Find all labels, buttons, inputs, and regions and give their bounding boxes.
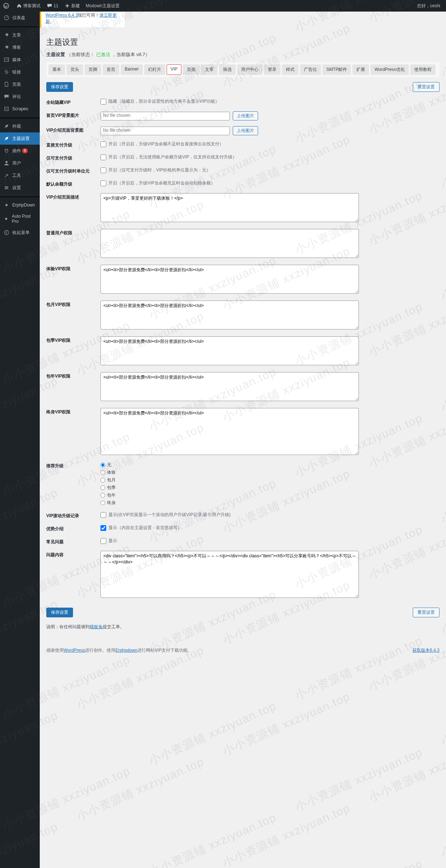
default-bal-checkbox[interactable] bbox=[100, 180, 106, 186]
only-pay-checkbox[interactable] bbox=[100, 154, 106, 160]
comments-count[interactable]: 11 bbox=[43, 0, 61, 12]
dashboard-icon bbox=[3, 14, 10, 21]
home-bg-upload-button[interactable]: 上传图片 bbox=[233, 111, 258, 120]
scrape-icon bbox=[3, 105, 10, 112]
get-version-link[interactable]: 获取版本6.4.3 bbox=[412, 647, 439, 654]
save-button[interactable]: 保存设置 bbox=[46, 82, 73, 92]
reset-button[interactable]: 重置设置 bbox=[413, 82, 439, 92]
sidebar-item-label: 设置 bbox=[12, 185, 21, 191]
wordpress-link[interactable]: WordPress bbox=[64, 648, 85, 653]
svg-point-9 bbox=[5, 204, 8, 206]
sidebar-item-blog[interactable]: 博客 bbox=[0, 41, 40, 54]
tab-基本[interactable]: 基本 bbox=[48, 64, 65, 75]
direct-pay-checkbox[interactable] bbox=[100, 141, 106, 147]
user-icon bbox=[3, 159, 10, 167]
sidebar-item-settings[interactable]: 设置 bbox=[0, 182, 40, 194]
sidebar-item-dashboard[interactable]: 仪表盘 bbox=[0, 12, 40, 24]
recommend-radio-体验[interactable] bbox=[100, 470, 105, 475]
recommend-radio-包季[interactable] bbox=[100, 485, 105, 490]
tab-Banner[interactable]: Banner bbox=[121, 64, 143, 75]
tab-扩展[interactable]: 扩展 bbox=[352, 64, 369, 75]
tab-文章[interactable]: 文章 bbox=[201, 64, 218, 75]
reset-button-bottom[interactable]: 重置设置 bbox=[413, 608, 439, 617]
tab-页头[interactable]: 页头 bbox=[67, 64, 83, 75]
tab-VIP[interactable]: VIP bbox=[167, 64, 181, 75]
tab-登录[interactable]: 登录 bbox=[264, 64, 280, 75]
sidebar-item-collapse[interactable]: 收起菜单 bbox=[0, 226, 40, 239]
perm-normal-textarea[interactable] bbox=[100, 229, 359, 258]
perm-trial-textarea[interactable]: <ul><li>部分资源免费</li><li>部分资源折扣</li></ul> bbox=[100, 265, 359, 294]
home-bg-file-display[interactable]: No file chosen bbox=[100, 112, 230, 120]
intro-desc-textarea[interactable]: <p>升级VIP，享受更好的下载体验！</p> bbox=[100, 193, 359, 222]
intro-bg-file-display[interactable]: No file chosen bbox=[100, 127, 230, 135]
tab-幻灯片[interactable]: 幻灯片 bbox=[144, 64, 165, 75]
tab-WordPress优化[interactable]: WordPress优化 bbox=[370, 64, 408, 75]
sidebar-item-users[interactable]: 用户 bbox=[0, 157, 40, 169]
sidebar-item-themeopt[interactable]: 主题设置 bbox=[0, 132, 40, 145]
sidebar-item-scrapes[interactable]: Scrapes bbox=[0, 103, 40, 115]
recommend-radio-包月[interactable] bbox=[100, 478, 105, 482]
user-greeting[interactable]: 您好，ceshi bbox=[414, 0, 443, 12]
default-bal-row: 默认余额升级开启（开启后，升级VIP当余额充足时会自动扣除余额） bbox=[46, 180, 439, 187]
intro-desc-row: VIP介绍页面描述<p>升级VIP，享受更好的下载体验！</p> bbox=[46, 193, 439, 223]
sidebar-item-label: 外观 bbox=[12, 123, 21, 129]
unit-yuan-checkbox[interactable] bbox=[100, 167, 106, 173]
theme-options-link[interactable]: Modown主题设置 bbox=[83, 0, 122, 12]
faq-content-textarea[interactable]: <div class="item"><h5>可以商用吗？</h5><p>不可以～… bbox=[100, 551, 359, 598]
erphpdown-link[interactable]: Erphpdown bbox=[115, 648, 137, 653]
pin-icon bbox=[3, 31, 10, 39]
sidebar-item-links[interactable]: 链接 bbox=[0, 66, 40, 78]
sidebar-item-media[interactable]: 媒体 bbox=[0, 54, 40, 66]
recommend-radio-终身[interactable] bbox=[100, 501, 105, 505]
sidebar-item-label: 页面 bbox=[12, 81, 21, 88]
save-button-bottom[interactable]: 保存设置 bbox=[46, 608, 73, 617]
perm-life-textarea[interactable]: <ul><li>部分资源免费</li><li>部分资源折扣</li></ul> bbox=[100, 408, 359, 455]
perm-trial-row: 体验VIP权限<ul><li>部分资源免费</li><li>部分资源折扣</li… bbox=[46, 265, 439, 295]
sidebar-item-appearance[interactable]: 外观 bbox=[0, 120, 40, 132]
tab-SMTP邮件[interactable]: SMTP邮件 bbox=[322, 64, 351, 75]
sidebar-item-erphpdown[interactable]: ErphpDown bbox=[0, 199, 40, 211]
support-link[interactable]: 模板兔 bbox=[90, 624, 103, 629]
perm-quarter-textarea[interactable]: <ul><li>部分资源免费</li><li>部分资源折扣</li></ul> bbox=[100, 336, 359, 365]
tab-页面[interactable]: 页面 bbox=[183, 64, 200, 75]
adv-intro-checkbox[interactable] bbox=[100, 525, 106, 531]
sidebar-item-comments[interactable]: 评论 bbox=[0, 90, 40, 103]
only-pay-row: 仅可支付升级开启（开启后，无法使用账户余额升级VIP，仅支持在线支付升级） bbox=[46, 154, 439, 161]
wp-logo[interactable] bbox=[0, 0, 13, 12]
comment-icon bbox=[3, 93, 10, 100]
sidebar-item-posts[interactable]: 文章 bbox=[0, 29, 40, 41]
tab-页脚[interactable]: 页脚 bbox=[85, 64, 101, 75]
scroll-log-row: VIP滚动升级记录显示(在VIP页面显示一个滚动的用户升级VIP记录,吸引用户升… bbox=[46, 512, 439, 519]
sidebar-item-plugins[interactable]: 插件9 bbox=[0, 145, 40, 157]
sidebar-item-tools[interactable]: 工具 bbox=[0, 169, 40, 182]
perm-month-textarea[interactable]: <ul><li>部分资源免费</li><li>部分资源折扣</li></ul> bbox=[100, 301, 359, 329]
sidebar-item-pages[interactable]: 页面 bbox=[0, 78, 40, 90]
collapse-icon bbox=[3, 229, 10, 236]
tab-首页[interactable]: 首页 bbox=[103, 64, 119, 75]
settings-tabs: 基本页头页脚首页Banner幻灯片VIP页面文章筛选用户中心登录样式广告位SMT… bbox=[46, 62, 439, 77]
pin-icon bbox=[3, 44, 10, 51]
tab-广告位[interactable]: 广告位 bbox=[300, 64, 321, 75]
sidebar-item-label: 插件 bbox=[12, 148, 21, 154]
media-icon bbox=[3, 56, 10, 63]
tab-筛选[interactable]: 筛选 bbox=[219, 64, 236, 75]
hide-vip-checkbox[interactable] bbox=[100, 99, 106, 105]
update-nag-version-link[interactable]: WordPress 6.4.3 bbox=[46, 13, 78, 18]
site-name[interactable]: 博客测试 bbox=[13, 0, 43, 12]
sidebar-item-autopost[interactable]: Auto Post Pro bbox=[0, 211, 40, 226]
tab-使用教程[interactable]: 使用教程 bbox=[410, 64, 436, 75]
recommend-radio-包年[interactable] bbox=[100, 493, 105, 498]
page-body: 主题设置 主题设置 （当前状态：已激活，当前版本 v8.7） 基本页头页脚首页B… bbox=[40, 18, 446, 668]
footer: 感谢使用WordPress进行创作。使用Erphpdown进行网站VIP支付下载… bbox=[46, 647, 439, 654]
tab-用户中心[interactable]: 用户中心 bbox=[237, 64, 262, 75]
intro-bg-upload-button[interactable]: 上传图片 bbox=[233, 126, 258, 135]
recommend-row: 推荐升级无体验包月包季包年终身 bbox=[46, 462, 439, 506]
recommend-radio-无[interactable] bbox=[100, 463, 105, 467]
new-content[interactable]: 新建 bbox=[61, 0, 83, 12]
tab-样式[interactable]: 样式 bbox=[282, 64, 299, 75]
support-note: 说明：有任何问题请到模板兔提交工单。 bbox=[46, 624, 439, 630]
intro-bg-label: VIP介绍页面背景图 bbox=[46, 126, 100, 133]
scroll-log-checkbox[interactable] bbox=[100, 512, 106, 518]
perm-year-textarea[interactable]: <ul><li>部分资源免费</li><li>部分资源折扣</li></ul> bbox=[100, 372, 359, 401]
faq-checkbox[interactable] bbox=[100, 538, 106, 544]
